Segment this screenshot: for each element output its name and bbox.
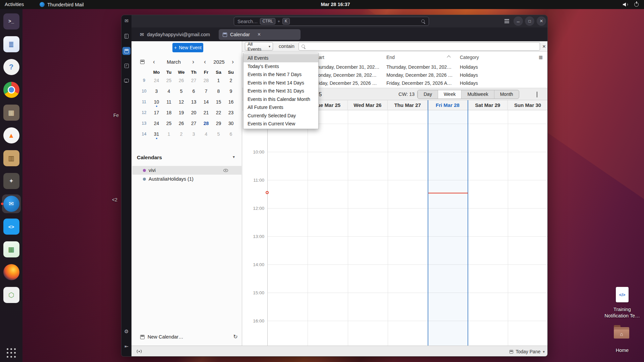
prev-year-button[interactable]: ‹ [202,58,208,66]
menu-item[interactable]: All Events [244,54,318,62]
minical-day[interactable]: 18 [163,107,175,118]
training-notification-file-label[interactable]: Training Notification Te… [595,306,644,319]
minical-day[interactable]: 28 [200,118,212,129]
minical-day[interactable]: 3 [150,86,163,97]
minical-day[interactable]: 9 [225,86,237,97]
focused-app-indicator[interactable]: Thunderbird Mail [40,0,84,9]
image-viewer-icon[interactable]: ▦ [3,105,19,121]
minical-day[interactable]: 27 [187,118,200,129]
minical-day[interactable]: 19 [175,107,187,118]
week-grid[interactable]: 10:0011:0012:0013:0014:0015:0016:00 [242,110,548,346]
day-column-header[interactable]: Sat Mar 29 [468,100,508,110]
new-event-button[interactable]: + New Event [172,43,203,52]
minical-day[interactable]: 29 [212,118,225,129]
space-mail-button[interactable]: ✉ [122,17,130,25]
minical-day[interactable]: 25 [163,75,175,86]
column-header-category[interactable]: Category [460,53,507,62]
software-store-icon[interactable]: ⬡ [3,287,19,303]
menu-item[interactable]: Events in the Next 31 Days [244,87,318,95]
app-menu-button[interactable] [502,16,512,26]
space-chat-button[interactable] [122,76,130,84]
next-month-button[interactable]: › [190,58,197,66]
minical-day[interactable]: 12 [175,97,187,107]
view-button[interactable]: Week [438,90,462,99]
minical-day[interactable]: 6 [187,86,200,97]
minical-day[interactable]: 23 [225,107,237,118]
minical-day[interactable]: 5 [212,129,225,139]
synchronize-calendars-button[interactable]: ↻ [232,333,239,341]
chrome-icon[interactable] [3,82,19,98]
column-header-start[interactable]: Start [314,53,381,62]
tab-calendar[interactable]: Calendar × [219,29,301,40]
minical-day[interactable]: 21 [200,107,212,118]
minical-day[interactable]: 4 [163,86,175,97]
minical-day[interactable]: 28 [200,75,212,86]
minical-day[interactable]: 22 [212,107,225,118]
spaces-collapse-button[interactable]: ⇤ [122,342,130,350]
calendar-visibility-icon[interactable] [223,169,228,172]
minical-day[interactable]: 26 [175,75,187,86]
spaces-settings-button[interactable]: ⚙ [122,327,130,336]
minical-day[interactable]: 2 [225,75,237,86]
menu-item[interactable]: Events in this Calendar Month [244,95,318,104]
minical-day[interactable]: 15 [212,97,225,107]
minical-day[interactable]: 1 [212,75,225,86]
global-search-input[interactable]: Search… CTRL + K [234,17,429,26]
minical-day[interactable]: 20 [187,107,200,118]
view-button[interactable]: Day [418,90,438,99]
event-filter-dropdown[interactable]: All Events ▾ [245,42,273,51]
new-calendar-button[interactable]: New Calendar… [140,333,183,341]
minimize-button[interactable]: – [514,16,523,26]
menu-item[interactable]: All Future Events [244,103,318,112]
gimp-icon[interactable]: ✦ [3,173,19,189]
home-folder-icon[interactable]: ⌂ [614,327,629,339]
vscode-icon[interactable]: <> [3,219,19,235]
day-column-header[interactable]: Sun Mar 30 [508,100,548,110]
thunderbird-icon[interactable]: ✉ [3,196,19,212]
terminal-icon[interactable]: >_ [3,13,19,29]
menu-item[interactable]: Events in the Next 14 Days [244,79,318,87]
training-notification-file-icon[interactable]: </> [616,287,629,302]
event-search-input[interactable] [299,42,540,51]
close-filter-icon[interactable]: × [541,41,547,52]
system-status-area[interactable] [623,0,639,9]
minical-day[interactable]: 14 [200,97,212,107]
menu-item[interactable]: Events in Current View [244,120,318,128]
calendar-list-item[interactable]: vivi [132,166,241,175]
space-tasks-button[interactable] [122,62,130,70]
minical-day[interactable]: 1 [163,129,175,139]
tab-mail-account[interactable]: ✉ daydayhappyvivi@gmail.com [136,29,214,40]
libreoffice-calc-icon[interactable]: ▦ [3,241,19,257]
day-column-header[interactable]: Fri Mar 28 [428,100,468,110]
minical-today-icon[interactable] [140,60,145,64]
space-calendar-button[interactable] [122,47,130,55]
minical-day[interactable]: 26 [175,118,187,129]
day-column-header[interactable]: Thu Mar 27 [388,100,428,110]
archive-manager-icon[interactable]: ▥ [3,150,19,166]
firefox-icon[interactable] [3,264,19,280]
minical-day[interactable]: 17 [150,107,163,118]
clock[interactable]: Mar 28 16:37 [304,0,367,9]
minical-day[interactable]: 11 [163,97,175,107]
next-year-button[interactable]: › [229,58,236,66]
minical-day[interactable]: 25 [163,118,175,129]
help-icon[interactable]: ? [3,59,19,75]
today-pane-toggle[interactable]: Today Pane ▾ [509,346,545,357]
space-addressbook-button[interactable] [122,32,130,40]
calendar-list-item[interactable]: AustraliaHolidays (1) [132,175,241,183]
view-button[interactable]: Multiweek [461,90,494,99]
menu-item[interactable]: Today's Events [244,62,318,71]
menu-item[interactable]: Events in the Next 7 Days [244,70,318,79]
show-applications-icon[interactable] [7,348,16,358]
close-button[interactable]: × [537,16,546,26]
minical-day[interactable]: 24 [150,118,163,129]
vlc-icon[interactable]: ▲ [3,127,19,143]
column-header-end[interactable]: End [386,53,445,62]
minical-day[interactable]: 2 [175,129,187,139]
minical-day[interactable]: 10 [150,97,163,107]
minical-day[interactable]: 6 [225,129,237,139]
minical-day[interactable]: 30 [225,118,237,129]
minical-day[interactable]: 4 [200,129,212,139]
minical-day[interactable]: 5 [175,86,187,97]
minical-day[interactable]: 16 [225,97,237,107]
